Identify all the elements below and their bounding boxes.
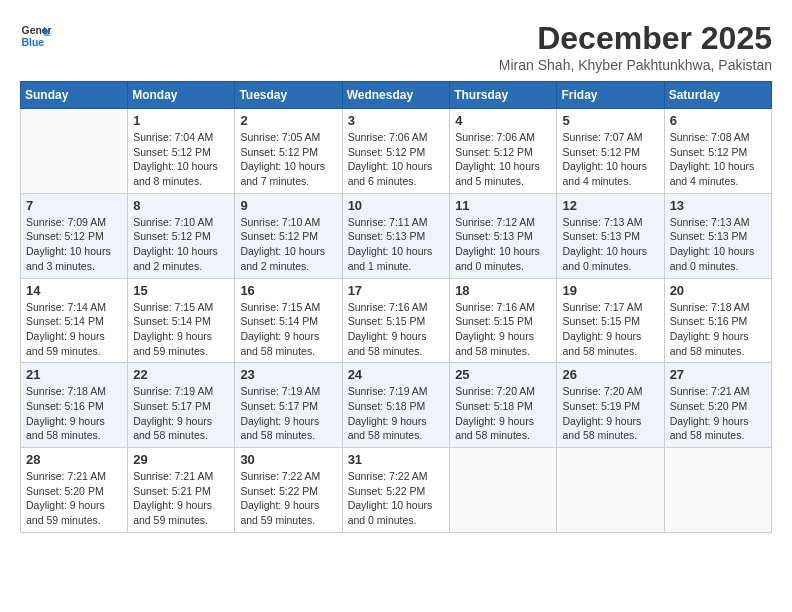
calendar-day-cell: 13Sunrise: 7:13 AM Sunset: 5:13 PM Dayli… [664,193,771,278]
calendar-day-cell: 17Sunrise: 7:16 AM Sunset: 5:15 PM Dayli… [342,278,450,363]
day-info: Sunrise: 7:05 AM Sunset: 5:12 PM Dayligh… [240,130,336,189]
calendar-day-cell: 6Sunrise: 7:08 AM Sunset: 5:12 PM Daylig… [664,109,771,194]
day-info: Sunrise: 7:13 AM Sunset: 5:13 PM Dayligh… [670,215,766,274]
calendar-header-monday: Monday [128,82,235,109]
calendar-header-sunday: Sunday [21,82,128,109]
calendar-day-cell: 31Sunrise: 7:22 AM Sunset: 5:22 PM Dayli… [342,448,450,533]
day-info: Sunrise: 7:04 AM Sunset: 5:12 PM Dayligh… [133,130,229,189]
day-number: 28 [26,452,122,467]
subtitle: Miran Shah, Khyber Pakhtunkhwa, Pakistan [499,57,772,73]
logo-icon: General Blue [20,20,52,52]
day-info: Sunrise: 7:09 AM Sunset: 5:12 PM Dayligh… [26,215,122,274]
calendar-week-row: 7Sunrise: 7:09 AM Sunset: 5:12 PM Daylig… [21,193,772,278]
calendar-day-cell: 26Sunrise: 7:20 AM Sunset: 5:19 PM Dayli… [557,363,664,448]
day-info: Sunrise: 7:15 AM Sunset: 5:14 PM Dayligh… [240,300,336,359]
calendar: SundayMondayTuesdayWednesdayThursdayFrid… [20,81,772,533]
day-number: 18 [455,283,551,298]
day-info: Sunrise: 7:20 AM Sunset: 5:18 PM Dayligh… [455,384,551,443]
day-number: 12 [562,198,658,213]
calendar-day-cell [21,109,128,194]
day-info: Sunrise: 7:07 AM Sunset: 5:12 PM Dayligh… [562,130,658,189]
day-info: Sunrise: 7:16 AM Sunset: 5:15 PM Dayligh… [455,300,551,359]
day-info: Sunrise: 7:20 AM Sunset: 5:19 PM Dayligh… [562,384,658,443]
day-number: 10 [348,198,445,213]
day-info: Sunrise: 7:16 AM Sunset: 5:15 PM Dayligh… [348,300,445,359]
day-number: 25 [455,367,551,382]
day-number: 22 [133,367,229,382]
day-number: 20 [670,283,766,298]
header: General Blue December 2025 Miran Shah, K… [20,20,772,73]
day-number: 14 [26,283,122,298]
calendar-day-cell: 27Sunrise: 7:21 AM Sunset: 5:20 PM Dayli… [664,363,771,448]
day-number: 24 [348,367,445,382]
day-number: 30 [240,452,336,467]
day-number: 7 [26,198,122,213]
calendar-week-row: 28Sunrise: 7:21 AM Sunset: 5:20 PM Dayli… [21,448,772,533]
calendar-day-cell: 4Sunrise: 7:06 AM Sunset: 5:12 PM Daylig… [450,109,557,194]
calendar-day-cell: 18Sunrise: 7:16 AM Sunset: 5:15 PM Dayli… [450,278,557,363]
calendar-day-cell: 16Sunrise: 7:15 AM Sunset: 5:14 PM Dayli… [235,278,342,363]
day-info: Sunrise: 7:22 AM Sunset: 5:22 PM Dayligh… [240,469,336,528]
day-number: 15 [133,283,229,298]
day-number: 9 [240,198,336,213]
logo: General Blue [20,20,52,52]
title-section: December 2025 Miran Shah, Khyber Pakhtun… [499,20,772,73]
day-number: 19 [562,283,658,298]
day-number: 13 [670,198,766,213]
calendar-day-cell: 22Sunrise: 7:19 AM Sunset: 5:17 PM Dayli… [128,363,235,448]
day-info: Sunrise: 7:06 AM Sunset: 5:12 PM Dayligh… [455,130,551,189]
day-info: Sunrise: 7:19 AM Sunset: 5:18 PM Dayligh… [348,384,445,443]
day-info: Sunrise: 7:22 AM Sunset: 5:22 PM Dayligh… [348,469,445,528]
day-number: 16 [240,283,336,298]
calendar-header-row: SundayMondayTuesdayWednesdayThursdayFrid… [21,82,772,109]
calendar-day-cell [450,448,557,533]
calendar-week-row: 14Sunrise: 7:14 AM Sunset: 5:14 PM Dayli… [21,278,772,363]
day-info: Sunrise: 7:18 AM Sunset: 5:16 PM Dayligh… [670,300,766,359]
calendar-day-cell: 1Sunrise: 7:04 AM Sunset: 5:12 PM Daylig… [128,109,235,194]
day-info: Sunrise: 7:15 AM Sunset: 5:14 PM Dayligh… [133,300,229,359]
day-number: 2 [240,113,336,128]
calendar-day-cell: 29Sunrise: 7:21 AM Sunset: 5:21 PM Dayli… [128,448,235,533]
calendar-day-cell: 2Sunrise: 7:05 AM Sunset: 5:12 PM Daylig… [235,109,342,194]
calendar-day-cell: 8Sunrise: 7:10 AM Sunset: 5:12 PM Daylig… [128,193,235,278]
calendar-week-row: 21Sunrise: 7:18 AM Sunset: 5:16 PM Dayli… [21,363,772,448]
day-info: Sunrise: 7:21 AM Sunset: 5:21 PM Dayligh… [133,469,229,528]
day-number: 23 [240,367,336,382]
calendar-day-cell: 11Sunrise: 7:12 AM Sunset: 5:13 PM Dayli… [450,193,557,278]
calendar-day-cell: 19Sunrise: 7:17 AM Sunset: 5:15 PM Dayli… [557,278,664,363]
day-info: Sunrise: 7:08 AM Sunset: 5:12 PM Dayligh… [670,130,766,189]
day-number: 27 [670,367,766,382]
day-info: Sunrise: 7:12 AM Sunset: 5:13 PM Dayligh… [455,215,551,274]
day-number: 17 [348,283,445,298]
day-number: 31 [348,452,445,467]
calendar-header-saturday: Saturday [664,82,771,109]
day-info: Sunrise: 7:14 AM Sunset: 5:14 PM Dayligh… [26,300,122,359]
calendar-header-tuesday: Tuesday [235,82,342,109]
svg-text:Blue: Blue [22,37,45,48]
calendar-header-thursday: Thursday [450,82,557,109]
calendar-day-cell: 28Sunrise: 7:21 AM Sunset: 5:20 PM Dayli… [21,448,128,533]
calendar-day-cell: 25Sunrise: 7:20 AM Sunset: 5:18 PM Dayli… [450,363,557,448]
calendar-day-cell [664,448,771,533]
calendar-day-cell: 7Sunrise: 7:09 AM Sunset: 5:12 PM Daylig… [21,193,128,278]
calendar-day-cell: 12Sunrise: 7:13 AM Sunset: 5:13 PM Dayli… [557,193,664,278]
day-number: 3 [348,113,445,128]
day-info: Sunrise: 7:13 AM Sunset: 5:13 PM Dayligh… [562,215,658,274]
day-info: Sunrise: 7:21 AM Sunset: 5:20 PM Dayligh… [670,384,766,443]
calendar-day-cell: 14Sunrise: 7:14 AM Sunset: 5:14 PM Dayli… [21,278,128,363]
main-title: December 2025 [499,20,772,57]
day-number: 8 [133,198,229,213]
day-number: 4 [455,113,551,128]
calendar-day-cell: 20Sunrise: 7:18 AM Sunset: 5:16 PM Dayli… [664,278,771,363]
day-number: 6 [670,113,766,128]
day-info: Sunrise: 7:18 AM Sunset: 5:16 PM Dayligh… [26,384,122,443]
day-number: 1 [133,113,229,128]
calendar-day-cell: 30Sunrise: 7:22 AM Sunset: 5:22 PM Dayli… [235,448,342,533]
calendar-day-cell: 15Sunrise: 7:15 AM Sunset: 5:14 PM Dayli… [128,278,235,363]
calendar-day-cell: 10Sunrise: 7:11 AM Sunset: 5:13 PM Dayli… [342,193,450,278]
calendar-header-wednesday: Wednesday [342,82,450,109]
calendar-day-cell [557,448,664,533]
calendar-day-cell: 24Sunrise: 7:19 AM Sunset: 5:18 PM Dayli… [342,363,450,448]
calendar-week-row: 1Sunrise: 7:04 AM Sunset: 5:12 PM Daylig… [21,109,772,194]
day-info: Sunrise: 7:10 AM Sunset: 5:12 PM Dayligh… [133,215,229,274]
